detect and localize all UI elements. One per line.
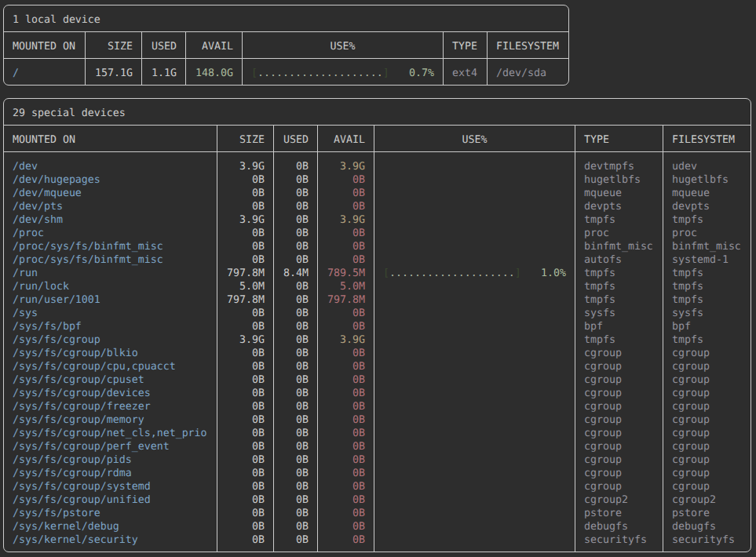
fs-type: cgroup: [584, 400, 663, 413]
fs-type: proc: [584, 227, 663, 240]
avail-value: 0B: [318, 373, 365, 387]
size-value: 0B: [217, 200, 265, 213]
usage-cell: [374, 333, 575, 347]
usage-cell: [374, 373, 575, 387]
usage-cell: [374, 453, 575, 467]
usage-cell: [374, 413, 575, 427]
size-value: 0B: [217, 453, 265, 467]
size-value: 0B: [217, 387, 265, 400]
avail-value: 3.9G: [318, 160, 365, 173]
used-value: 0B: [274, 387, 309, 400]
used-value: 0B: [274, 213, 309, 227]
mount-point: /dev: [13, 160, 217, 173]
fs-type: securityfs: [584, 533, 663, 547]
filesystem: cgroup: [672, 400, 751, 413]
mount-point: /run/lock: [13, 280, 217, 293]
usage-bar: [....................]: [251, 67, 389, 80]
filesystem: proc: [672, 227, 751, 240]
mount-point: /sys/fs/cgroup/devices: [13, 387, 217, 400]
usage-cell: [374, 320, 575, 333]
avail-value: 0B: [318, 507, 365, 520]
avail-value: 0B: [318, 533, 365, 547]
size-value: 0B: [217, 187, 265, 200]
column-header-avail: AVAIL: [186, 32, 243, 58]
usage-cell: [374, 427, 575, 440]
filesystem: cgroup: [672, 440, 751, 453]
avail-value: 0B: [318, 427, 365, 440]
avail-value: 0B: [318, 240, 365, 253]
usage-cell: [374, 187, 575, 200]
filesystem: cgroup: [672, 467, 751, 480]
avail-value: 0B: [318, 440, 365, 453]
type-column: devtmpfshugetlbfsmqueuedevptstmpfsprocbi…: [575, 152, 663, 552]
size-value: 0B: [217, 480, 265, 493]
avail-value: 0B: [318, 413, 365, 427]
mount-point: /proc/sys/fs/binfmt_misc: [13, 253, 217, 267]
usage-bar-open-bracket: [: [383, 268, 389, 279]
size-column: 3.9G0B0B0B3.9G0B0B0B797.8M5.0M797.8M0B0B…: [217, 152, 274, 552]
usage-bar-dots: ....................: [257, 67, 383, 79]
usage-cell: [374, 520, 575, 533]
usage-bar-close-bracket: ]: [515, 268, 521, 279]
size-value: 0B: [217, 507, 265, 520]
fs-type: cgroup: [584, 360, 663, 373]
usage-cell: [374, 280, 575, 293]
column-header-type: TYPE: [575, 126, 663, 151]
size-value: 3.9G: [217, 213, 265, 227]
usage-percent: 0.7%: [409, 67, 434, 80]
mount-point: /sys/fs/pstore: [13, 507, 217, 520]
used-value: 0B: [274, 333, 309, 347]
avail-value: 3.9G: [318, 213, 365, 227]
used-value: 0B: [274, 400, 309, 413]
mount-point: /proc/sys/fs/binfmt_misc: [13, 240, 217, 253]
filesystem: cgroup: [672, 427, 751, 440]
usage-cell: [374, 360, 575, 373]
mount-point: /sys/fs/cgroup/memory: [13, 413, 217, 427]
mount-point: /proc: [13, 227, 217, 240]
mount-point: /sys/fs/cgroup/cpu,cpuacct: [13, 360, 217, 373]
used-value: 0B: [274, 480, 309, 493]
used-value: 0B: [274, 373, 309, 387]
used-value: 0B: [274, 173, 309, 187]
size-value: 0B: [217, 173, 265, 187]
size-value: 5.0M: [217, 280, 265, 293]
mount-point: /dev/pts: [13, 200, 217, 213]
filesystem: cgroup: [672, 453, 751, 467]
fs-type: cgroup: [584, 480, 663, 493]
used-value: 8.4M: [274, 267, 309, 280]
avail-value: 0B: [318, 200, 365, 213]
used-value: 0B: [274, 293, 309, 307]
used-value: 1.1G: [142, 67, 177, 80]
fs-type: tmpfs: [584, 293, 663, 307]
filesystem: cgroup: [672, 480, 751, 493]
fs-type: bpf: [584, 320, 663, 333]
fs-type: cgroup: [584, 453, 663, 467]
used-column: 1.1G: [142, 59, 186, 85]
used-value: 0B: [274, 347, 309, 360]
size-value: 0B: [217, 440, 265, 453]
column-header-use-percent: USE%: [243, 32, 444, 58]
usage-percent: 1.0%: [541, 267, 566, 280]
usage-cell: [374, 387, 575, 400]
terminal-screen: { "terminal": { "background": "#2d2d2d",…: [0, 0, 756, 557]
fs-type: sysfs: [584, 307, 663, 320]
use-percent-column: [....................]0.7%: [243, 59, 444, 85]
used-value: 0B: [274, 187, 309, 200]
fs-type: tmpfs: [584, 333, 663, 347]
size-value: 0B: [217, 493, 265, 507]
size-value: 0B: [217, 533, 265, 547]
avail-value: 0B: [318, 453, 365, 467]
mount-point: /sys/fs/bpf: [13, 320, 217, 333]
column-header-mounted-on: MOUNTED ON: [4, 32, 86, 58]
fs-type: devpts: [584, 200, 663, 213]
usage-cell: [374, 240, 575, 253]
filesystem: /dev/sda: [496, 67, 568, 80]
column-header-size: SIZE: [217, 126, 274, 151]
size-value: 0B: [217, 307, 265, 320]
avail-value: 0B: [318, 520, 365, 533]
usage-cell: [374, 213, 575, 227]
usage-cell: [374, 533, 575, 547]
filesystem: cgroup: [672, 373, 751, 387]
avail-value: 0B: [318, 320, 365, 333]
special-table-header-row: MOUNTED ON SIZE USED AVAIL USE% TYPE FIL…: [4, 126, 751, 152]
